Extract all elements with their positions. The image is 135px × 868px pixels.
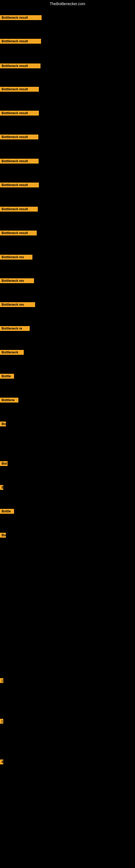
bottleneck-badge-10[interactable]: Bottleneck result: [0, 230, 37, 236]
bottleneck-badge-5[interactable]: Bottleneck result: [0, 111, 39, 116]
bottleneck-badge-16[interactable]: Bottle: [0, 374, 14, 379]
bottleneck-badge-17[interactable]: Bottlene: [0, 398, 18, 403]
bottleneck-badge-21[interactable]: Bottle: [0, 509, 14, 514]
bottleneck-badge-8[interactable]: Bottleneck result: [0, 183, 39, 187]
bottleneck-badge-24[interactable]: |: [0, 719, 3, 724]
bottleneck-badge-3[interactable]: Bottleneck result: [0, 63, 41, 68]
bottleneck-badge-11[interactable]: Bottleneck res: [0, 255, 32, 259]
bottleneck-badge-2[interactable]: Bottleneck result: [0, 39, 41, 44]
bottleneck-badge-9[interactable]: Bottleneck result: [0, 207, 38, 212]
bottleneck-badge-1[interactable]: Bottleneck result: [0, 15, 42, 20]
bottleneck-badge-13[interactable]: Bottleneck res: [0, 302, 35, 307]
bottleneck-badge-18[interactable]: Bo: [0, 422, 6, 426]
bottleneck-badge-20[interactable]: B: [0, 485, 3, 490]
bottleneck-badge-23[interactable]: |: [0, 678, 3, 683]
bottleneck-badge-6[interactable]: Bottleneck result: [0, 134, 38, 140]
bottleneck-badge-22[interactable]: Bo: [0, 533, 6, 538]
bottleneck-badge-7[interactable]: Bottleneck result: [0, 159, 39, 163]
bottleneck-badge-4[interactable]: Bottleneck result: [0, 87, 39, 92]
site-title: TheBottlenecker.com: [0, 0, 135, 7]
bottleneck-badge-19[interactable]: Bot: [0, 461, 8, 466]
page-container: TheBottlenecker.com Bottleneck resultBot…: [0, 0, 135, 868]
bottleneck-badge-25[interactable]: B: [0, 760, 3, 764]
bottleneck-badge-12[interactable]: Bottleneck res: [0, 278, 34, 283]
bottleneck-badge-15[interactable]: Bottleneck: [0, 350, 24, 355]
bottleneck-badge-14[interactable]: Bottleneck re: [0, 326, 30, 331]
